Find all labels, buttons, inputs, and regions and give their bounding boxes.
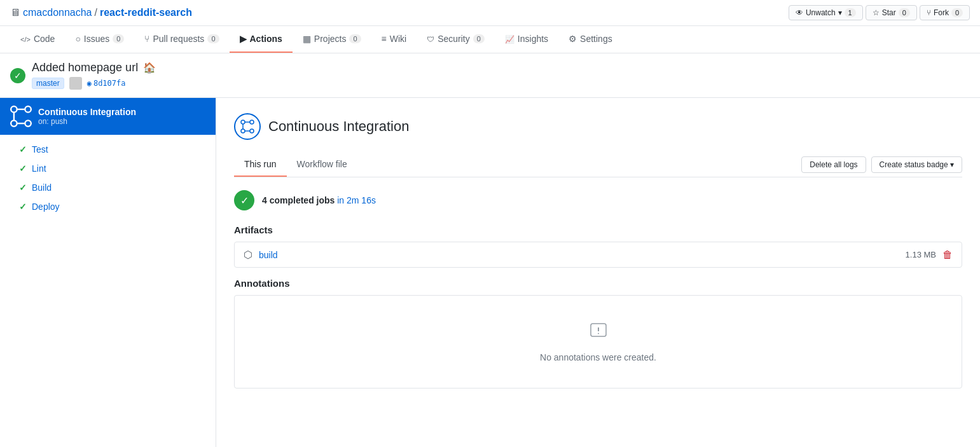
- annotations-section-title: Annotations: [234, 278, 962, 289]
- tab-workflow-file[interactable]: Workflow file: [287, 153, 357, 177]
- nav-item-projects[interactable]: Projects 0: [293, 26, 371, 53]
- workflow-content-icon: [240, 119, 255, 134]
- svg-point-0: [11, 106, 17, 113]
- star-label: Star: [882, 8, 896, 17]
- check-icon: ✓: [14, 71, 22, 81]
- chevron-icon: ▾: [838, 8, 842, 17]
- nav-item-settings[interactable]: Settings: [558, 26, 623, 53]
- job-label-test: Test: [32, 144, 48, 155]
- fork-label: Fork: [934, 8, 949, 17]
- desktop-icon: 🖥: [10, 7, 20, 18]
- repo-owner-link[interactable]: cmacdonnacha: [23, 7, 92, 18]
- top-bar: 🖥 cmacdonnacha / react-reddit-search Unw…: [0, 0, 980, 26]
- check-icon: ✓: [19, 182, 27, 193]
- annotation-empty-icon: [588, 321, 609, 346]
- tab-this-run[interactable]: This run: [234, 153, 287, 177]
- nav-item-insights[interactable]: Insights: [495, 26, 558, 53]
- fork-count: 0: [951, 8, 963, 17]
- avatar: [69, 77, 82, 90]
- commit-header: ✓ Added homepage url master 8d107fa: [0, 53, 980, 98]
- commit-title: Added homepage url: [32, 61, 138, 74]
- svg-point-1: [25, 106, 31, 113]
- sidebar-workflow-item[interactable]: Continuous Integration on: push: [0, 98, 216, 135]
- nav-item-issues[interactable]: Issues 0: [65, 26, 134, 53]
- delete-all-logs-button[interactable]: Delete all logs: [801, 156, 866, 173]
- nav-item-pull-requests[interactable]: Pull requests 0: [134, 26, 229, 53]
- check-icon: ✓: [19, 144, 27, 155]
- fork-icon: [927, 8, 931, 17]
- check-icon: ✓: [19, 202, 27, 212]
- commit-info: Added homepage url master 8d107fa: [32, 61, 156, 90]
- home-icon: [143, 62, 156, 74]
- artifact-size: 1.13 MB: [906, 250, 936, 259]
- svg-point-3: [25, 120, 31, 127]
- job-label-deploy: Deploy: [32, 202, 60, 212]
- code-icon: [20, 34, 31, 44]
- repo-nav: Code Issues 0 Pull requests 0 Actions Pr…: [0, 26, 980, 53]
- workflow-title: Continuous Integration: [268, 118, 409, 135]
- security-icon: [427, 34, 434, 44]
- content-area: Continuous Integration This run Workflow…: [216, 98, 980, 447]
- sidebar-job-lint[interactable]: ✓ Lint: [0, 159, 216, 178]
- svg-point-9: [241, 129, 245, 133]
- create-status-badge-button[interactable]: Create status badge ▾: [871, 156, 962, 173]
- repo-title: 🖥 cmacdonnacha / react-reddit-search: [10, 7, 192, 18]
- tab-actions: Delete all logs Create status badge ▾: [801, 156, 962, 173]
- svg-point-8: [250, 120, 254, 124]
- star-count: 0: [899, 8, 910, 17]
- unwatch-label: Unwatch: [806, 8, 836, 17]
- settings-icon: [569, 34, 577, 44]
- completed-icon: ✓: [234, 190, 254, 210]
- svg-point-7: [241, 120, 245, 124]
- repo-separator: /: [95, 7, 97, 18]
- nav-item-actions[interactable]: Actions: [230, 26, 293, 53]
- svg-point-2: [11, 120, 17, 127]
- nav-item-security[interactable]: Security 0: [417, 26, 495, 53]
- commit-status-icon: ✓: [10, 68, 25, 83]
- nav-item-code[interactable]: Code: [10, 26, 65, 53]
- pr-icon: [144, 34, 149, 44]
- sidebar-jobs-list: ✓ Test ✓ Lint ✓ Build ✓ Deploy: [0, 135, 216, 221]
- job-label-lint: Lint: [32, 163, 46, 174]
- check-mark-icon: ✓: [240, 195, 249, 207]
- repo-name-link[interactable]: react-reddit-search: [100, 7, 192, 18]
- workflow-svg-icon: [9, 104, 33, 128]
- nav-item-wiki[interactable]: Wiki: [371, 26, 417, 53]
- star-button[interactable]: Star 0: [866, 5, 917, 20]
- svg-point-10: [250, 129, 254, 133]
- sidebar-workflow-text: Continuous Integration on: push: [38, 107, 136, 126]
- top-actions: Unwatch ▾ 1 Star 0 Fork 0: [789, 5, 970, 20]
- completed-count: 4 completed jobs: [262, 195, 335, 205]
- sidebar-job-test[interactable]: ✓ Test: [0, 140, 216, 159]
- sidebar: Continuous Integration on: push ✓ Test ✓…: [0, 98, 216, 447]
- eye-icon: [796, 8, 803, 17]
- svg-point-16: [598, 333, 599, 334]
- star-icon: [873, 8, 880, 17]
- workflow-header: Continuous Integration: [234, 113, 962, 140]
- insights-icon: [505, 34, 514, 44]
- actions-icon: [240, 34, 247, 44]
- annotations-box: No annotations were created.: [234, 295, 962, 389]
- artifact-row: ⬡ build 1.13 MB 🗑: [234, 242, 962, 268]
- unwatch-count: 1: [845, 8, 856, 17]
- artifacts-section-title: Artifacts: [234, 224, 962, 235]
- sidebar-workflow-trigger: on: push: [38, 117, 136, 126]
- job-label-build: Build: [32, 182, 52, 193]
- unwatch-button[interactable]: Unwatch ▾ 1: [789, 5, 863, 20]
- sidebar-job-deploy[interactable]: ✓ Deploy: [0, 197, 216, 216]
- workflow-icon-circle: [234, 113, 261, 140]
- projects-icon: [303, 34, 311, 44]
- main-layout: Continuous Integration on: push ✓ Test ✓…: [0, 98, 980, 447]
- sidebar-job-build[interactable]: ✓ Build: [0, 178, 216, 197]
- completed-text: 4 completed jobs in 2m 16s: [262, 195, 376, 205]
- issue-icon: [75, 34, 80, 44]
- wiki-icon: [382, 34, 387, 44]
- content-tabs: This run Workflow file Delete all logs C…: [234, 153, 962, 177]
- commit-hash[interactable]: 8d107fa: [87, 79, 126, 88]
- completed-time: in 2m 16s: [337, 195, 376, 205]
- commit-meta: master 8d107fa: [32, 77, 156, 90]
- artifact-delete-button[interactable]: 🗑: [942, 249, 953, 261]
- fork-button[interactable]: Fork 0: [920, 5, 970, 20]
- branch-badge[interactable]: master: [32, 78, 64, 89]
- artifact-name[interactable]: build: [259, 250, 906, 260]
